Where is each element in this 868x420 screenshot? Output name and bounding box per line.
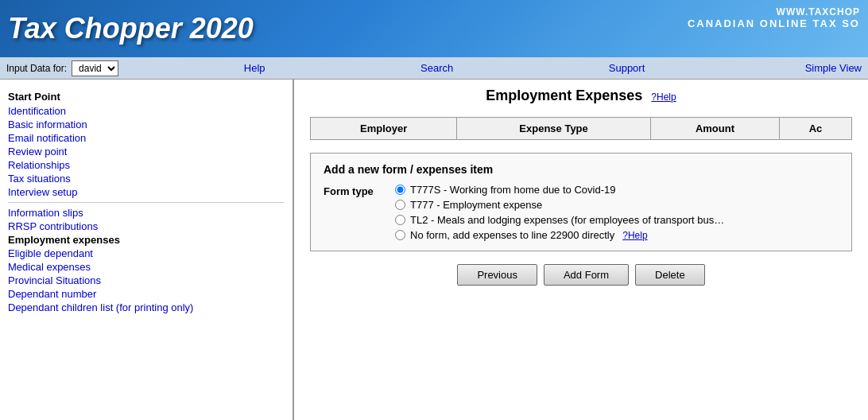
sidebar-item-basic-information[interactable]: Basic information <box>8 118 285 131</box>
header-branding: WWW.TAXCHOP CANADIAN ONLINE TAX SO <box>688 6 860 29</box>
nav-support[interactable]: Support <box>609 62 645 74</box>
sidebar-item-interview-setup[interactable]: Interview setup <box>8 185 285 199</box>
sidebar-item-provincial-situations[interactable]: Provincial Situations <box>8 274 285 287</box>
website-text: WWW.TAXCHOP <box>688 6 860 18</box>
content-area: Employment Expenses ?Help Employer Expen… <box>294 80 868 420</box>
radio-option-noform[interactable]: No form, add expenses to line 22900 dire… <box>395 229 724 241</box>
sidebar-item-dependant-number[interactable]: Dependant number <box>8 287 285 301</box>
col-amount: Amount <box>650 118 779 140</box>
delete-button[interactable]: Delete <box>635 264 705 286</box>
sidebar-item-identification[interactable]: Identification <box>8 104 285 118</box>
toolbar: Input Data for: david Help Search Suppor… <box>0 57 868 80</box>
content-title: Employment Expenses ?Help <box>310 88 852 104</box>
radio-option-t777[interactable]: T777 - Employment expense <box>395 199 724 211</box>
sidebar-divider <box>8 202 285 203</box>
simple-view-link[interactable]: Simple View <box>805 62 862 74</box>
radio-tl2-label: TL2 - Meals and lodging expenses (for em… <box>410 214 724 226</box>
radio-t777s-label: T777S - Working from home due to Covid-1… <box>410 184 615 196</box>
radio-t777s[interactable] <box>395 185 405 195</box>
sidebar-item-tax-situations[interactable]: Tax situations <box>8 172 285 185</box>
col-expense-type: Expense Type <box>457 118 651 140</box>
sidebar-item-employment-expenses[interactable]: Employment expenses <box>8 233 285 247</box>
sidebar-item-relationships[interactable]: Relationships <box>8 158 285 172</box>
buttons-row: Previous Add Form Delete <box>310 264 852 286</box>
user-select[interactable]: david <box>72 60 118 76</box>
input-data-label: Input Data for: <box>6 63 67 74</box>
add-form-button[interactable]: Add Form <box>544 264 629 286</box>
expense-table: Employer Expense Type Amount Ac <box>310 117 852 140</box>
radio-option-tl2[interactable]: TL2 - Meals and lodging expenses (for em… <box>395 214 724 226</box>
radio-tl2[interactable] <box>395 215 405 225</box>
radio-t777[interactable] <box>395 200 405 210</box>
sidebar-item-dependant-children[interactable]: Dependant children list (for printing on… <box>8 301 285 314</box>
app-header: Tax Chopper 2020 WWW.TAXCHOP CANADIAN ON… <box>0 0 868 57</box>
title-help-link[interactable]: ?Help <box>651 91 676 103</box>
main-layout: Start Point Identification Basic informa… <box>0 80 868 420</box>
sidebar-item-medical-expenses[interactable]: Medical expenses <box>8 260 285 274</box>
form-type-row: Form type T777S - Working from home due … <box>324 184 839 241</box>
sidebar-item-information-slips[interactable]: Information slips <box>8 206 285 220</box>
form-type-label: Form type <box>324 184 387 197</box>
sidebar-item-review-point[interactable]: Review point <box>8 145 285 158</box>
sidebar-item-eligible-dependant[interactable]: Eligible dependant <box>8 247 285 260</box>
nav-help[interactable]: Help <box>244 62 265 74</box>
add-form-section: Add a new form / expenses item Form type… <box>310 153 852 251</box>
nav-search[interactable]: Search <box>420 62 453 74</box>
col-employer: Employer <box>311 118 457 140</box>
sidebar-item-rrsp-contributions[interactable]: RRSP contributions <box>8 220 285 233</box>
radio-t777-label: T777 - Employment expense <box>410 199 542 211</box>
previous-button[interactable]: Previous <box>457 264 537 286</box>
radio-noform[interactable] <box>395 230 405 240</box>
sidebar-item-email-notification[interactable]: Email notification <box>8 131 285 145</box>
app-title: Tax Chopper 2020 <box>8 12 254 45</box>
noform-help-link[interactable]: ?Help <box>622 230 647 241</box>
radio-options: T777S - Working from home due to Covid-1… <box>395 184 724 241</box>
radio-noform-label: No form, add expenses to line 22900 dire… <box>410 229 614 241</box>
radio-option-t777s[interactable]: T777S - Working from home due to Covid-1… <box>395 184 724 196</box>
col-ac: Ac <box>779 118 851 140</box>
add-form-title: Add a new form / expenses item <box>324 163 839 176</box>
sidebar-section-start: Start Point <box>8 91 285 103</box>
toolbar-nav: Help Search Support <box>166 62 723 74</box>
tagline-text: CANADIAN ONLINE TAX SO <box>688 18 860 29</box>
sidebar: Start Point Identification Basic informa… <box>0 80 294 420</box>
toolbar-user-section: Input Data for: david <box>6 60 118 76</box>
